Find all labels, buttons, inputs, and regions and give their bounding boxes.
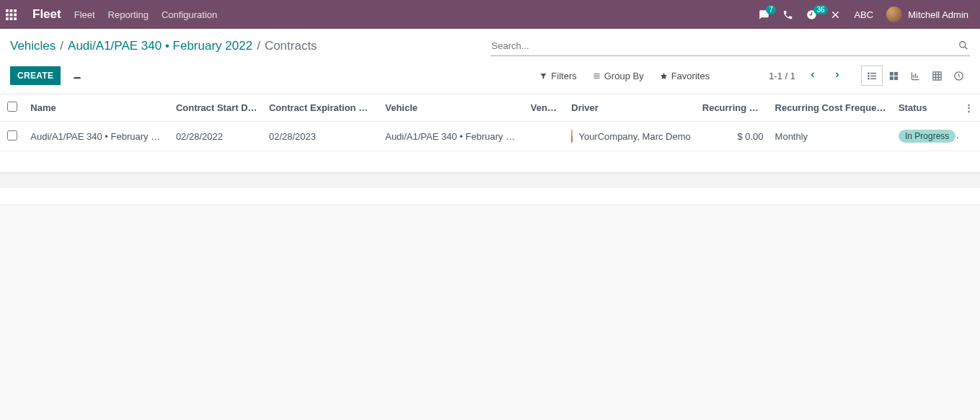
view-pivot-icon[interactable]	[926, 66, 948, 86]
contracts-table: Name Contract Start Date Contract Expira…	[0, 94, 980, 173]
cp-bottom: CREATE Filters Group By Favorites 1-1 / …	[10, 58, 970, 94]
crumb-contracts: Contracts	[265, 39, 317, 53]
svg-rect-2	[14, 9, 17, 12]
svg-point-18	[868, 75, 868, 76]
view-kanban-icon[interactable]	[883, 66, 904, 86]
avatar	[886, 6, 902, 22]
crumb-sep: /	[257, 39, 260, 53]
cell-recurring-cost: $ 0.00	[697, 122, 769, 151]
clock-icon[interactable]: 36	[806, 9, 817, 20]
col-start[interactable]: Contract Start Date	[170, 94, 263, 122]
svg-point-19	[868, 78, 868, 79]
driver-avatar	[571, 129, 573, 143]
favorites-label: Favorites	[671, 71, 710, 81]
search-wrap	[490, 36, 971, 56]
col-expiry[interactable]: Contract Expiration Date▼	[263, 94, 379, 122]
abc-label[interactable]: ABC	[854, 9, 873, 20]
svg-rect-8	[14, 17, 17, 20]
view-list-icon[interactable]	[861, 66, 883, 86]
search-icon[interactable]	[958, 40, 968, 53]
col-vehicle[interactable]: Vehicle	[379, 94, 525, 122]
row-checkbox[interactable]	[7, 130, 17, 140]
svg-rect-21	[894, 71, 898, 75]
cell-empty	[958, 122, 980, 151]
row-check	[0, 122, 25, 151]
groupby-label: Group By	[604, 71, 644, 81]
table-row-empty	[0, 151, 980, 173]
svg-rect-3	[6, 13, 9, 16]
cell-vehicle: Audi/A1/PAE 340 • February 2022	[379, 122, 525, 151]
filters-area: Filters Group By Favorites 1-1 / 1	[539, 65, 970, 86]
col-name[interactable]: Name	[25, 94, 170, 122]
col-options[interactable]: ⋮	[958, 94, 980, 122]
pager: 1-1 / 1	[769, 69, 844, 83]
view-activity-icon[interactable]	[948, 66, 969, 86]
groupby-button[interactable]: Group By	[593, 71, 644, 81]
svg-rect-24	[932, 71, 940, 79]
search-input[interactable]	[490, 36, 971, 55]
col-recurring-freq[interactable]: Recurring Cost Frequency	[769, 94, 893, 122]
col-status[interactable]: Status	[893, 94, 958, 122]
menu-configuration[interactable]: Configuration	[162, 9, 217, 20]
cell-status: In Progress	[893, 122, 958, 151]
cp-top: Vehicles / Audi/A1/PAE 340 • February 20…	[10, 35, 970, 58]
pager-next[interactable]	[830, 69, 844, 83]
col-driver[interactable]: Driver	[565, 94, 696, 122]
nav-right: 7 36 ABC Mitchell Admin	[759, 6, 974, 22]
footer-spacer	[0, 174, 980, 205]
svg-line-10	[965, 47, 968, 50]
user-menu[interactable]: Mitchell Admin	[886, 6, 968, 22]
svg-rect-6	[6, 17, 9, 20]
col-vendor[interactable]: Vend...	[525, 94, 565, 122]
phone-icon[interactable]	[782, 9, 793, 20]
svg-point-17	[868, 73, 868, 73]
download-icon[interactable]	[68, 67, 87, 85]
apps-icon[interactable]	[6, 9, 17, 20]
control-panel: Vehicles / Audi/A1/PAE 340 • February 20…	[0, 29, 980, 94]
breadcrumb: Vehicles / Audi/A1/PAE 340 • February 20…	[10, 35, 317, 58]
menu-fleet[interactable]: Fleet	[74, 9, 95, 20]
chat-icon[interactable]: 7	[759, 9, 769, 20]
table-row[interactable]: Audi/A1/PAE 340 • February 2022 02/28/20…	[0, 122, 980, 151]
clock-badge: 36	[813, 5, 827, 14]
cell-driver: YourCompany, Marc Demo	[565, 122, 696, 151]
col-recurring-cost[interactable]: Recurring Co...	[697, 94, 769, 122]
favorites-button[interactable]: Favorites	[660, 71, 710, 81]
cell-vendor	[525, 122, 565, 151]
top-navbar: Fleet Fleet Reporting Configuration 7 36…	[0, 0, 980, 29]
chat-badge: 7	[766, 5, 776, 14]
list-view: Name Contract Start Date Contract Expira…	[0, 94, 980, 174]
select-all-checkbox[interactable]	[7, 102, 17, 112]
pager-text: 1-1 / 1	[769, 71, 795, 81]
cell-recurring-freq: Monthly	[769, 122, 893, 151]
brand-title[interactable]: Fleet	[32, 7, 61, 22]
cell-start: 02/28/2022	[170, 122, 263, 151]
create-button[interactable]: CREATE	[10, 66, 61, 85]
menu-reporting[interactable]: Reporting	[108, 9, 149, 20]
svg-rect-1	[10, 9, 13, 12]
svg-rect-7	[10, 17, 13, 20]
svg-point-9	[960, 42, 966, 48]
crumb-vehicles[interactable]: Vehicles	[10, 39, 56, 53]
crumb-sep: /	[60, 39, 63, 53]
cell-expiry: 02/28/2023	[263, 122, 379, 151]
col-check	[0, 94, 25, 122]
pager-prev[interactable]	[805, 69, 820, 83]
crumb-vehicle[interactable]: Audi/A1/PAE 340 • February 2022	[68, 39, 252, 53]
col-expiry-label: Contract Expiration Date	[269, 102, 379, 113]
svg-rect-0	[6, 9, 9, 12]
view-graph-icon[interactable]	[904, 66, 926, 86]
status-badge: In Progress	[899, 130, 955, 143]
svg-rect-5	[14, 13, 17, 16]
close-icon[interactable]	[830, 9, 841, 20]
view-switcher	[860, 65, 970, 86]
svg-rect-20	[889, 71, 893, 75]
filters-label: Filters	[551, 71, 576, 81]
svg-rect-23	[894, 76, 898, 80]
nav-left: Fleet Fleet Reporting Configuration	[6, 7, 217, 22]
cell-name: Audi/A1/PAE 340 • February 2022	[25, 122, 170, 151]
svg-rect-4	[10, 13, 13, 16]
svg-rect-22	[889, 76, 893, 80]
driver-name: YourCompany, Marc Demo	[578, 131, 690, 142]
filters-button[interactable]: Filters	[539, 71, 576, 81]
